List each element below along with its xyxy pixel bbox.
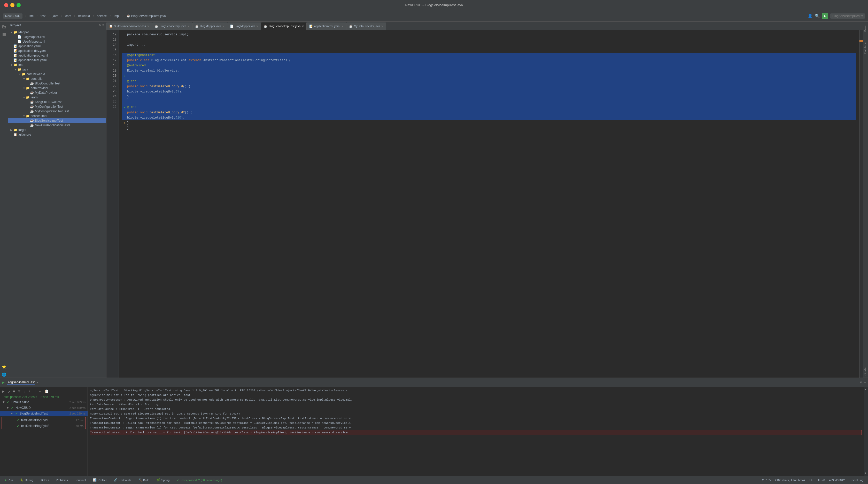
nav-newcrud[interactable]: newcrud: [78, 14, 90, 18]
tree-item-.gitignore[interactable]: 📋.gitignore: [8, 132, 106, 137]
tree-item-myconfigurationtwotest[interactable]: ☕MyConfigurationTwoTest: [8, 109, 106, 114]
tree-item-dataprovider[interactable]: ▼📁dataProvider: [8, 86, 106, 90]
tree-item-usermapper.xml[interactable]: 📄UserMapper.xml: [8, 39, 106, 44]
project-button[interactable]: NewCRUD: [3, 13, 23, 19]
spring-button[interactable]: 🌿 Spring: [155, 478, 171, 482]
database-tab[interactable]: Database: [863, 39, 868, 56]
expand-all[interactable]: ⇔: [38, 389, 42, 394]
git-hash[interactable]: 4a95d59042: [829, 479, 845, 482]
tree-action-settings[interactable]: ⚙: [99, 23, 101, 27]
tree-action-collapse[interactable]: ≡: [102, 24, 104, 27]
tree-item-controller[interactable]: ▼📁controller: [8, 76, 106, 81]
tree-item-learn[interactable]: ▼📁learn: [8, 95, 106, 100]
tree-body[interactable]: ▼📁Mapper📄BlogMapper.xml📄UserMapper.xml📝a…: [8, 29, 106, 378]
tab-blogserviceimpltest-java[interactable]: ☕BlogServiceImplTest.java✕: [261, 23, 307, 30]
structure-icon[interactable]: [1, 32, 7, 38]
nav-service[interactable]: service: [97, 14, 107, 18]
run-icon-play[interactable]: ▶: [2, 380, 5, 385]
export-button[interactable]: ⬆: [28, 389, 32, 394]
run-button[interactable]: ▶: [822, 13, 828, 19]
rerun-failed-button[interactable]: ↺: [7, 389, 10, 394]
tree-item-test[interactable]: ▼📁test: [8, 63, 106, 67]
tab-close-btn[interactable]: ✕: [147, 25, 149, 28]
nav-classname[interactable]: ☕ BlogServiceImplTest.java: [127, 14, 166, 18]
nav-src[interactable]: src: [29, 14, 34, 18]
close-button[interactable]: [4, 3, 8, 7]
scrollbar-track[interactable]: [859, 30, 863, 378]
tree-item-kangshifutwotest[interactable]: ☕KangShiFuTwoTest: [8, 100, 106, 104]
test-suite-newcrud[interactable]: ▼ ✓ NewCRUD 2 sec 869ms: [0, 405, 88, 411]
user-icon[interactable]: 👤: [808, 13, 813, 19]
minimize-button[interactable]: [10, 3, 14, 7]
profiler-button[interactable]: 📊 Profiler: [91, 478, 108, 482]
run-tab-label[interactable]: BlogServiceImplTest: [7, 381, 35, 385]
endpoints-button[interactable]: 🔗 Endpoints: [113, 478, 133, 482]
tab-blogserviceimpl-java[interactable]: ☕BlogServiceImpl.java✕: [152, 23, 192, 30]
tree-item-application-dev.yaml[interactable]: 📝application-dev.yaml: [8, 49, 106, 53]
nav-impl[interactable]: impl: [114, 14, 120, 18]
nav-com[interactable]: com: [65, 14, 71, 18]
tree-item-target[interactable]: ▶📁target: [8, 128, 106, 132]
filter-button[interactable]: ▽: [17, 389, 21, 394]
log-scrollbar[interactable]: ▲ ▼: [864, 387, 868, 476]
tree-item-myconfigurationtest[interactable]: ☕MyConfigurationTest: [8, 104, 106, 109]
code-content[interactable]: package com.newcrud.service.impl;import …: [119, 30, 859, 378]
tree-item-blogcontrollertest[interactable]: ☕BlogControllerTest: [8, 81, 106, 86]
tree-item-application.yaml[interactable]: 📝application.yaml: [8, 44, 106, 49]
panel-settings[interactable]: ⚙: [860, 381, 862, 384]
tab-blogmapper-java[interactable]: ☕BlogMapper.java✕: [192, 23, 227, 30]
test-method-2[interactable]: ✓ testDeleteBlogById2 48 ms: [2, 423, 86, 429]
search-icon[interactable]: 🔍: [815, 13, 820, 19]
nav-test[interactable]: test: [40, 14, 45, 18]
rerun-button[interactable]: ▶: [2, 389, 5, 394]
charset[interactable]: UTF-8: [817, 479, 825, 482]
panel-minimize[interactable]: ─: [864, 381, 866, 384]
build-icon[interactable]: BlogServiceImplTest ▾: [830, 13, 865, 19]
stop-button[interactable]: ■: [12, 389, 16, 394]
todo-button[interactable]: TODO: [39, 478, 51, 482]
tab-application-test-yaml[interactable]: 📝application-test.yaml✕: [307, 23, 346, 30]
tab-close-btn[interactable]: ✕: [381, 25, 383, 28]
nav-java[interactable]: java: [53, 14, 58, 18]
window-controls[interactable]: [4, 3, 21, 7]
tab-mydataprovider-java[interactable]: ☕MyDataProvider.java✕: [346, 23, 386, 30]
debug-button[interactable]: 🐛 Debug: [19, 478, 35, 482]
build-button[interactable]: 🔨 Build: [137, 478, 151, 482]
project-icon[interactable]: [1, 24, 7, 30]
tab-suiterunnerworker-class[interactable]: 📋SuiteRunnerWorker.class✕: [106, 23, 152, 30]
test-method-1[interactable]: ✓ testDeleteBlogById 47 ms: [2, 417, 86, 423]
maximize-button[interactable]: [17, 3, 21, 7]
tree-item-com.newcrud[interactable]: ▼📁com.newcrud: [8, 72, 106, 76]
maven-tab[interactable]: Maven: [863, 22, 868, 34]
tab-close-btn[interactable]: ✕: [302, 25, 304, 28]
tree-item-blogmapper.xml[interactable]: 📄BlogMapper.xml: [8, 35, 106, 39]
line-ending[interactable]: LF: [809, 479, 813, 482]
test-class-item[interactable]: ▼ ✓ BlogServiceImplTest 2 sec 289ms: [0, 411, 88, 416]
tab-close-btn[interactable]: ✕: [256, 25, 258, 28]
web-icon[interactable]: 🌐: [1, 372, 7, 378]
event-log-button[interactable]: Event Log: [849, 478, 865, 482]
cursor-position[interactable]: 23:135: [762, 479, 771, 482]
tree-item-blogserviceimpltest[interactable]: ☕BlogServiceImplTest: [8, 118, 106, 123]
tree-item-mapper[interactable]: ▼📁Mapper: [8, 30, 106, 35]
log-panel[interactable]: ngServiceImplTest : Starting BlogService…: [88, 387, 864, 476]
tab-close-btn[interactable]: ✕: [188, 25, 190, 28]
scroll-up[interactable]: ↑: [33, 389, 37, 394]
tab-close-btn[interactable]: ✕: [222, 25, 224, 28]
favorites-icon[interactable]: ⭐: [1, 364, 7, 370]
tab-close-btn[interactable]: ✕: [342, 25, 344, 28]
tree-item-application-prod.yaml[interactable]: 📝application-prod.yaml: [8, 53, 106, 58]
terminal-button[interactable]: Terminal: [74, 478, 88, 482]
tree-item-application-test.yaml[interactable]: 📝application-test.yaml: [8, 58, 106, 63]
test-suite-item[interactable]: ▼ ✓ Default Suite 2 sec 869ms: [0, 399, 88, 405]
collapse-all[interactable]: 📋: [44, 389, 50, 394]
tree-item-newcrudapplicationtests[interactable]: ☕NewCrudApplicationTests: [8, 123, 106, 128]
tree-item-java[interactable]: ▼📁java: [8, 67, 106, 72]
tree-item-mydataprovider[interactable]: ☕MyDataProvider: [8, 90, 106, 95]
tree-item-service.impl[interactable]: ▼📁service.impl: [8, 114, 106, 118]
run-status-button[interactable]: ▶ Run: [3, 478, 14, 482]
tab-blogmapper-xml[interactable]: 📄BlogMapper.xml✕: [227, 23, 261, 30]
run-tab-close[interactable]: ✕: [37, 381, 38, 384]
gradle-tab[interactable]: Gradle: [863, 365, 868, 378]
sort-button[interactable]: ⇅: [23, 389, 26, 394]
